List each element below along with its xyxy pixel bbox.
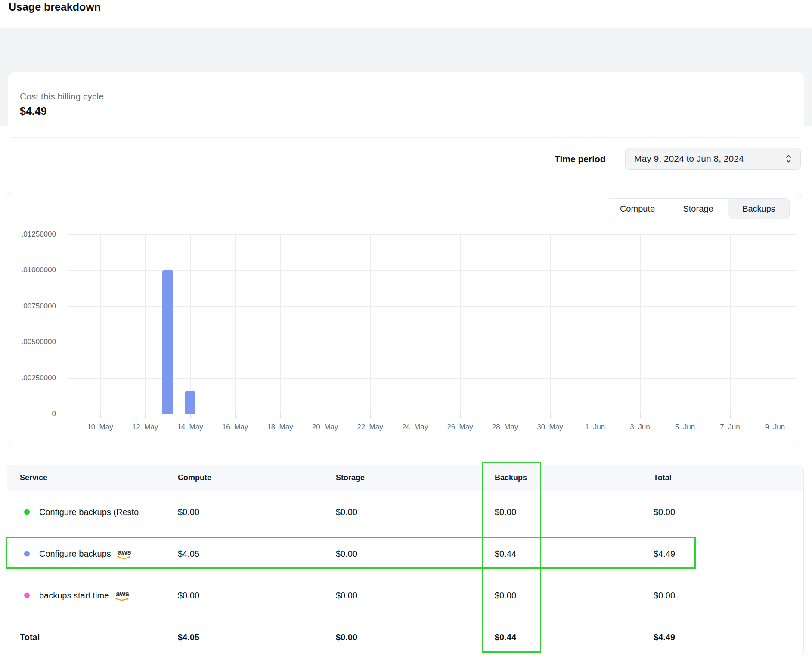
service-name-text: Configure backups: [39, 549, 111, 558]
chart-gridline-v: [100, 234, 101, 414]
chart-x-tick-label: 22. May: [357, 423, 383, 432]
chart-x-tick-label: 1. Jun: [585, 423, 605, 432]
usage-chart-card: [7, 193, 802, 444]
cell-storage: $0.00: [336, 507, 357, 517]
aws-logo-text: aws: [116, 590, 129, 597]
chart-gridline-v: [415, 234, 415, 414]
chart-gridline-v: [370, 234, 371, 414]
chart-x-tick-mark: [775, 414, 775, 418]
table-row[interactable]: backups start timeaws$0.00$0.00$0.00$0.0…: [7, 574, 803, 616]
chart-x-tick-mark: [460, 414, 461, 418]
column-header-backups: Backups: [495, 473, 527, 482]
tab-compute[interactable]: Compute: [607, 199, 668, 219]
chart-x-tick-mark: [325, 414, 325, 418]
chart-x-tick-label: 12. May: [132, 423, 158, 432]
chart-bar-13-may[interactable]: [162, 270, 173, 414]
chart-x-tick-mark: [550, 414, 551, 418]
service-name-text: backups start time: [39, 590, 109, 600]
chart-x-tick-mark: [370, 414, 371, 418]
chart-x-tick-mark: [280, 414, 281, 418]
cell-backups: $0.00: [495, 507, 516, 517]
cell-backups: $0.44: [495, 549, 516, 558]
chart-y-tick-label: .01000000: [4, 266, 56, 274]
service-name: Configure backups (Resto: [39, 507, 139, 517]
chart-gridline-v: [550, 234, 551, 414]
billing-summary-band: Cost this billing cycle $4.49: [0, 28, 812, 126]
chart-x-tick-label: 18. May: [267, 423, 293, 432]
chart-x-tick-label: 28. May: [492, 423, 518, 432]
chart-x-tick-label: 7. Jun: [720, 423, 740, 432]
select-chevrons-icon: [785, 154, 792, 163]
chart-x-tick-label: 26. May: [447, 423, 473, 432]
chart-gridline-v: [325, 234, 325, 414]
chart-x-tick-label: 14. May: [177, 423, 203, 432]
total-cell-compute: $4.05: [178, 632, 199, 642]
tab-backups[interactable]: Backups: [728, 199, 789, 219]
cell-storage: $0.00: [336, 549, 357, 558]
chart-gridline-v: [460, 234, 461, 414]
page-title: Usage breakdown: [9, 1, 101, 13]
chart-gridline-h: [68, 234, 797, 235]
chart-gridline-v: [685, 234, 685, 414]
chart-y-tick-label: .01250000: [4, 230, 56, 239]
chart-gridline-h: [68, 342, 797, 342]
total-cell-total: $4.49: [654, 632, 675, 642]
table-row[interactable]: Configure backups (Resto$0.00$0.00$0.00$…: [7, 491, 803, 533]
chart-x-tick-mark: [730, 414, 731, 418]
chart-gridline-v: [280, 234, 281, 414]
service-name-text: Configure backups (Resto: [39, 507, 139, 517]
billing-cycle-label: Cost this billing cycle: [20, 91, 104, 102]
time-period-select[interactable]: May 9, 2024 to Jun 8, 2024: [625, 148, 801, 170]
chart-y-tick-label: 0: [4, 410, 56, 418]
chart-x-tick-mark: [415, 414, 415, 418]
billing-cycle-amount: $4.49: [20, 105, 47, 117]
cell-storage: $0.00: [336, 590, 357, 600]
chart-x-tick-mark: [235, 414, 236, 418]
chart-x-tick-label: 9. Jun: [765, 423, 785, 432]
table-header-row: ServiceComputeStorageBackupsTotal: [7, 465, 803, 491]
chart-x-tick-label: 24. May: [402, 423, 428, 432]
column-header-total: Total: [654, 473, 672, 482]
table-row[interactable]: Configure backupsaws$4.05$0.00$0.44$4.49: [7, 533, 803, 574]
chart-x-tick-label: 3. Jun: [630, 423, 650, 432]
chart-x-tick-mark: [505, 414, 505, 418]
aws-logo-icon: aws: [115, 590, 130, 601]
chart-gridline-v: [640, 234, 641, 414]
time-period-label: Time period: [555, 154, 606, 164]
chart-y-tick-label: .00500000: [4, 338, 56, 346]
cell-compute: $0.00: [178, 590, 199, 600]
service-name: backups start timeaws: [39, 589, 130, 601]
aws-logo-icon: aws: [117, 548, 132, 560]
cell-total: $4.49: [654, 549, 675, 558]
chart-gridline-v: [505, 234, 505, 414]
cell-total: $0.00: [654, 507, 675, 517]
cell-compute: $4.05: [178, 549, 199, 558]
chart-gridline-v: [730, 234, 731, 414]
billing-cycle-card: Cost this billing cycle $4.49: [8, 72, 804, 138]
chart-x-tick-mark: [685, 414, 685, 418]
chart-bar-14-may[interactable]: [185, 391, 195, 414]
chart-x-tick-label: 20. May: [312, 423, 338, 432]
tab-storage[interactable]: Storage: [668, 199, 728, 219]
chart-x-tick-mark: [595, 414, 595, 418]
total-cell-backups: $0.44: [495, 632, 516, 642]
cell-backups: $0.00: [495, 590, 516, 600]
usage-breakdown-page: Usage breakdown Cost this billing cycle …: [0, 0, 812, 666]
chart-gridline-v: [145, 234, 146, 414]
chart-y-tick-label: .00250000: [4, 374, 56, 382]
cell-total: $0.00: [654, 590, 675, 600]
usage-table-card: ServiceComputeStorageBackupsTotal Config…: [7, 465, 804, 657]
chart-x-tick-label: 16. May: [222, 423, 248, 432]
chart-x-tick-label: 5. Jun: [675, 423, 695, 432]
chart-x-tick-mark: [190, 414, 191, 418]
chart-gridline-h: [68, 378, 797, 379]
chart-gridline-v: [235, 234, 236, 414]
cell-compute: $0.00: [178, 507, 199, 517]
table-total-row: Total$4.05$0.00$0.44$4.49: [7, 616, 803, 658]
chart-x-axis-line: [68, 414, 797, 414]
chart-gridline-v: [595, 234, 595, 414]
chart-gridline-h: [68, 270, 797, 271]
aws-logo-text: aws: [118, 548, 131, 555]
chart-gridline-v: [775, 234, 775, 414]
service-name: Configure backupsaws: [39, 547, 132, 560]
